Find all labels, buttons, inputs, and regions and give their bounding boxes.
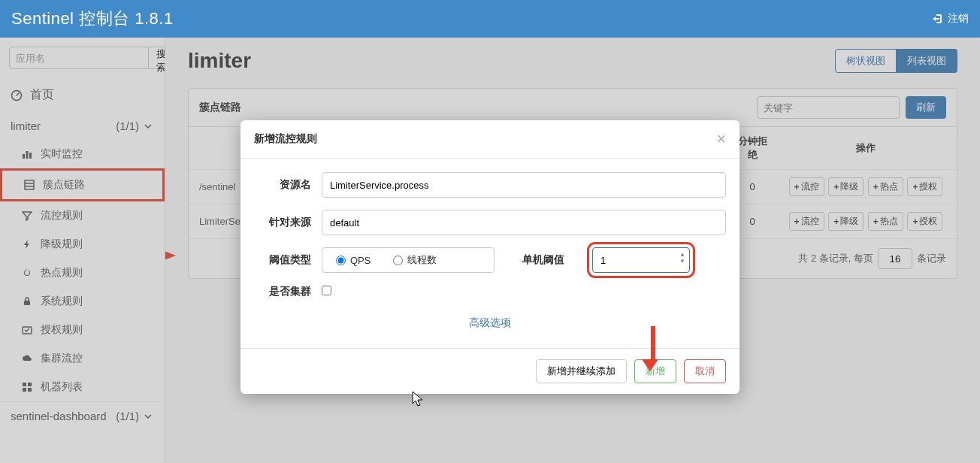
radio-thread[interactable]: 线程数: [393, 253, 437, 267]
threshold-input[interactable]: [592, 247, 690, 273]
radio-thread-input[interactable]: [393, 256, 403, 265]
chevron-up-icon: ▲: [679, 252, 685, 258]
threshold-type-group: QPS 线程数: [322, 247, 495, 273]
source-input[interactable]: [322, 210, 726, 235]
cancel-button[interactable]: 取消: [684, 359, 726, 383]
radio-qps[interactable]: QPS: [336, 255, 371, 266]
label-resource: 资源名: [254, 178, 322, 192]
label-cluster: 是否集群: [254, 285, 322, 298]
modal-close-button[interactable]: ×: [716, 131, 726, 147]
app-header: Sentinel 控制台 1.8.1 注销: [0, 0, 980, 38]
add-button[interactable]: 新增: [634, 359, 676, 383]
label-threshold: 单机阈值: [495, 253, 592, 267]
number-spinner[interactable]: ▲ ▼: [679, 252, 685, 265]
logout-link[interactable]: 注销: [932, 12, 969, 26]
resource-input[interactable]: [322, 172, 726, 198]
cluster-checkbox[interactable]: [322, 286, 331, 295]
add-continue-button[interactable]: 新增并继续添加: [536, 359, 627, 383]
label-source: 针对来源: [254, 216, 322, 229]
threshold-input-wrap: ▲ ▼: [592, 247, 690, 273]
app-title: Sentinel 控制台 1.8.1: [11, 8, 174, 30]
modal-title: 新增流控规则: [254, 132, 317, 146]
label-type: 阈值类型: [254, 253, 322, 267]
chevron-down-icon: ▼: [679, 259, 685, 265]
logout-label: 注销: [948, 12, 969, 26]
logout-icon: [932, 13, 944, 25]
radio-qps-input[interactable]: [336, 256, 346, 265]
advanced-options-link[interactable]: 高级选项: [254, 310, 726, 340]
flow-rule-modal: 新增流控规则 × 资源名 针对来源 阈值类型 QPS 线程数 单机阈值 ▲ ▼: [240, 120, 740, 394]
close-icon: ×: [716, 129, 726, 148]
